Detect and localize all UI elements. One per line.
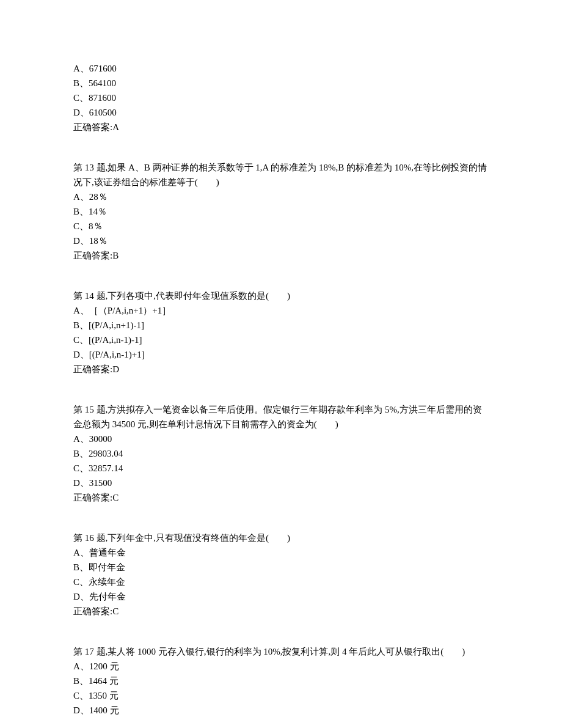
option-b: B、[(P/A,i,n+1)-1] [73, 318, 489, 333]
correct-answer: 正确答案:C [73, 604, 489, 619]
option-b: B、14％ [73, 204, 489, 219]
option-b: B、即付年金 [73, 560, 489, 575]
option-d: D、[(P/A,i,n-1)+1] [73, 347, 489, 362]
option-c: C、871600 [73, 90, 489, 105]
option-a: A、普通年金 [73, 545, 489, 560]
correct-answer: 正确答案:B [73, 248, 489, 263]
option-c: C、32857.14 [73, 461, 489, 476]
question-text: 第 14 题,下列各项中,代表即付年金现值系数的是( ) [73, 289, 489, 303]
option-a: A、［（P/A,i,n+1）+1］ [73, 303, 489, 318]
question-14: 第 14 题,下列各项中,代表即付年金现值系数的是( ) A、［（P/A,i,n… [73, 289, 489, 377]
option-d: D、610500 [73, 105, 489, 120]
question-17: 第 17 题,某人将 1000 元存入银行,银行的利率为 10%,按复利计算,则… [73, 644, 489, 718]
option-c: C、[(P/A,i,n-1)-1] [73, 333, 489, 347]
option-d: D、先付年金 [73, 589, 489, 604]
option-c: C、永续年金 [73, 575, 489, 589]
option-c: C、8％ [73, 219, 489, 233]
option-a: A、30000 [73, 432, 489, 446]
question-15: 第 15 题,方洪拟存入一笔资金以备三年后使用。假定银行三年期存款年利率为 5%… [73, 402, 489, 505]
correct-answer: 正确答案:C [73, 490, 489, 505]
correct-answer: 正确答案:A [73, 120, 489, 134]
question-text: 第 16 题,下列年金中,只有现值没有终值的年金是( ) [73, 531, 489, 545]
option-b: B、1464 元 [73, 674, 489, 688]
question-text: 第 13 题,如果 A、B 两种证券的相关系数等于 1,A 的标准差为 18%,… [73, 160, 489, 189]
question-12-partial: A、671600 B、564100 C、871600 D、610500 正确答案… [73, 61, 489, 134]
option-c: C、1350 元 [73, 688, 489, 703]
correct-answer: 正确答案:D [73, 362, 489, 377]
option-b: B、29803.04 [73, 446, 489, 461]
option-a: A、1200 元 [73, 659, 489, 674]
question-text: 第 17 题,某人将 1000 元存入银行,银行的利率为 10%,按复利计算,则… [73, 644, 489, 659]
question-text: 第 15 题,方洪拟存入一笔资金以备三年后使用。假定银行三年期存款年利率为 5%… [73, 402, 489, 432]
question-16: 第 16 题,下列年金中,只有现值没有终值的年金是( ) A、普通年金 B、即付… [73, 531, 489, 619]
option-d: D、1400 元 [73, 703, 489, 718]
option-d: D、18％ [73, 233, 489, 248]
option-a: A、671600 [73, 61, 489, 76]
option-a: A、28％ [73, 189, 489, 204]
option-d: D、31500 [73, 476, 489, 490]
question-13: 第 13 题,如果 A、B 两种证券的相关系数等于 1,A 的标准差为 18%,… [73, 160, 489, 263]
option-b: B、564100 [73, 76, 489, 90]
